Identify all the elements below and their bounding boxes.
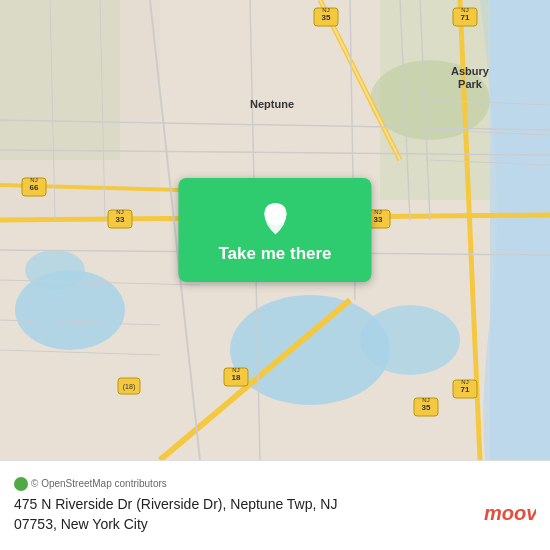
map-container: 35 NJ 71 NJ 33 NJ 33 NJ 18 NJ 66 NJ 35 N…: [0, 0, 550, 460]
svg-text:66: 66: [30, 183, 39, 192]
svg-text:moovit: moovit: [484, 502, 536, 524]
footer-bottom: 475 N Riverside Dr (Riverside Dr), Neptu…: [14, 495, 536, 534]
take-me-there-button[interactable]: Take me there: [178, 178, 371, 282]
cta-label: Take me there: [218, 244, 331, 264]
asbury-park-label: Asbury: [451, 65, 490, 77]
svg-text:35: 35: [322, 13, 331, 22]
svg-text:NJ: NJ: [232, 367, 239, 373]
svg-text:NJ: NJ: [322, 7, 329, 13]
svg-text:Park: Park: [458, 78, 483, 90]
osm-logo: © OpenStreetMap contributors: [14, 477, 167, 491]
svg-point-4: [360, 305, 460, 375]
svg-text:NJ: NJ: [116, 209, 123, 215]
moovit-icon: moovit: [484, 498, 536, 532]
osm-attribution: © OpenStreetMap contributors: [31, 478, 167, 489]
svg-text:NJ: NJ: [461, 7, 468, 13]
moovit-svg: moovit: [484, 498, 536, 526]
svg-point-62: [271, 210, 279, 218]
footer-top: © OpenStreetMap contributors: [14, 477, 536, 491]
svg-text:18: 18: [232, 373, 241, 382]
svg-text:33: 33: [374, 215, 383, 224]
footer: © OpenStreetMap contributors 475 N River…: [0, 460, 550, 550]
svg-text:NJ: NJ: [461, 379, 468, 385]
svg-text:33: 33: [116, 215, 125, 224]
osm-circle-icon: [14, 477, 28, 491]
address-line1: 475 N Riverside Dr (Riverside Dr), Neptu…: [14, 496, 337, 512]
svg-text:71: 71: [461, 13, 470, 22]
neptune-label: Neptune: [250, 98, 294, 110]
location-pin-icon: [257, 200, 293, 236]
svg-text:NJ: NJ: [374, 209, 381, 215]
svg-text:NJ: NJ: [422, 397, 429, 403]
address-line2: 07753, New York City: [14, 516, 148, 532]
svg-text:71: 71: [461, 385, 470, 394]
svg-text:(18): (18): [123, 383, 135, 391]
svg-point-2: [25, 250, 85, 290]
footer-address: 475 N Riverside Dr (Riverside Dr), Neptu…: [14, 495, 337, 534]
cta-container: Take me there: [178, 178, 371, 282]
svg-text:35: 35: [422, 403, 431, 412]
svg-text:NJ: NJ: [30, 177, 37, 183]
address-block: 475 N Riverside Dr (Riverside Dr), Neptu…: [14, 495, 337, 534]
moovit-logo: moovit: [484, 498, 536, 532]
